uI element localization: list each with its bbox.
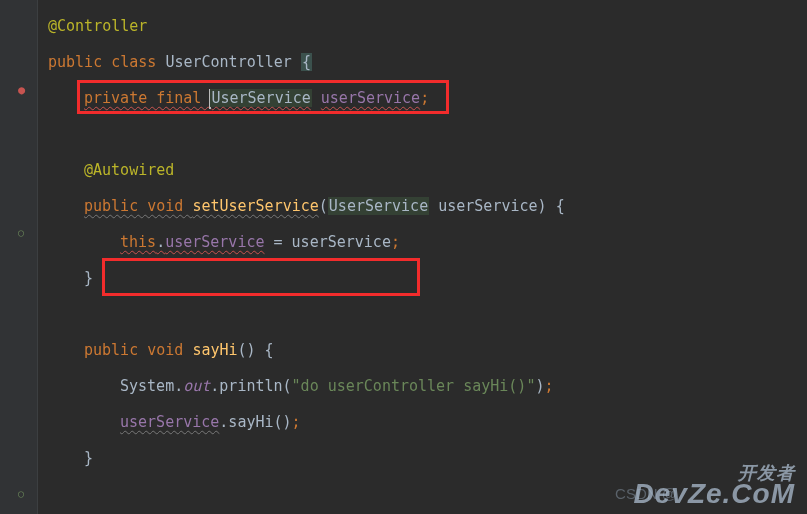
- code-line[interactable]: this.userService = userService;: [38, 224, 807, 260]
- keyword-this: this: [120, 233, 156, 251]
- code-line-blank[interactable]: [38, 116, 807, 152]
- code-line-blank[interactable]: [38, 296, 807, 332]
- code-line[interactable]: private final UserService userService;: [38, 80, 807, 116]
- code-line[interactable]: public class UserController {: [38, 44, 807, 80]
- code-editor[interactable]: @Controller public class UserController …: [38, 0, 807, 514]
- field: userService: [321, 89, 420, 107]
- string-literal: "do userController sayHi()": [292, 377, 536, 395]
- code-line[interactable]: public void setUserService(UserService u…: [38, 188, 807, 224]
- override-icon: ○: [18, 227, 24, 238]
- type: UserService: [210, 89, 311, 107]
- gutter: ● ○ ○: [0, 0, 38, 514]
- method: setUserService: [192, 197, 318, 215]
- classname: UserController: [165, 53, 300, 71]
- keyword: private final: [84, 89, 210, 107]
- code-line[interactable]: @Autowired: [38, 152, 807, 188]
- code-line[interactable]: public void sayHi() {: [38, 332, 807, 368]
- code-line[interactable]: userService.sayHi();: [38, 404, 807, 440]
- brace: {: [301, 53, 312, 71]
- field: userService: [165, 233, 264, 251]
- keyword: public void: [84, 197, 192, 215]
- watermark-logo: 开发者 DevZe.CoM: [634, 465, 795, 506]
- code-line[interactable]: }: [38, 260, 807, 296]
- type: UserService: [328, 197, 429, 215]
- code-line[interactable]: @Controller: [38, 8, 807, 44]
- keyword: public class: [48, 53, 165, 71]
- annotation: @Controller: [48, 17, 147, 35]
- override-icon: ○: [18, 488, 24, 499]
- keyword: public void: [84, 341, 192, 359]
- code-line[interactable]: System.out.println("do userController sa…: [38, 368, 807, 404]
- annotation: @Autowired: [84, 161, 174, 179]
- field: out: [183, 377, 210, 395]
- error-icon: ●: [18, 83, 25, 97]
- field: userService: [120, 413, 219, 431]
- method: sayHi: [192, 341, 237, 359]
